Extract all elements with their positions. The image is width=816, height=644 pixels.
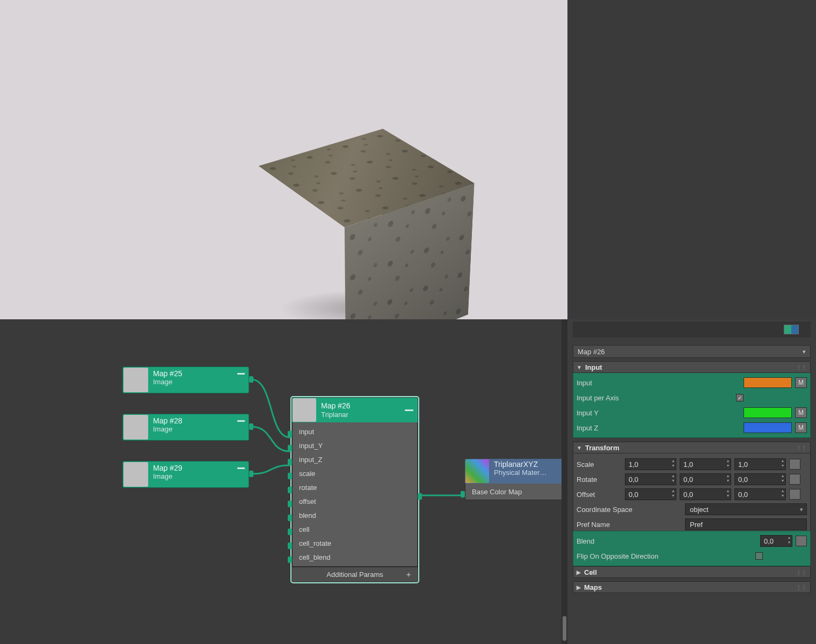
param-row[interactable]: cell_rotate — [293, 536, 417, 550]
input-port[interactable] — [288, 515, 292, 521]
pref-name-input[interactable]: Pref — [685, 518, 807, 530]
properties-panel: Map #26▾ ▼Input⋮⋮ Input M Input per Axis… — [567, 319, 816, 644]
node-subtitle: Image — [153, 378, 244, 386]
section-header-transform[interactable]: ▼Transform⋮⋮ — [573, 442, 811, 453]
prop-row-offset: Offset 0,0 0,0 0,0 — [577, 487, 807, 502]
node-map-29[interactable]: Map #29Image — [122, 461, 249, 488]
map-title-dropdown[interactable]: Map #26▾ — [573, 345, 811, 358]
node-thumb — [123, 368, 148, 392]
node-title: Map #29 — [153, 464, 244, 472]
node-thumb — [123, 415, 148, 440]
prop-row-flip: Flip On Opposite Direction — [577, 548, 807, 564]
node-title: Map #26 — [321, 401, 400, 411]
output-port[interactable] — [249, 471, 253, 477]
input-port[interactable] — [288, 543, 292, 549]
output-port[interactable] — [249, 423, 253, 430]
panel-toolbar — [573, 321, 811, 338]
map-button[interactable]: M — [795, 407, 807, 418]
input-port[interactable] — [288, 431, 292, 437]
node-map-28[interactable]: Map #28Image — [122, 414, 249, 441]
input-port[interactable] — [288, 557, 292, 563]
node-subtitle: Image — [153, 425, 244, 433]
input-port[interactable] — [288, 501, 292, 507]
checkbox-flip[interactable] — [755, 552, 763, 560]
param-row[interactable]: rotate — [293, 480, 417, 494]
blend-extra-button[interactable] — [796, 536, 807, 546]
input-port[interactable] — [288, 529, 292, 535]
lock-button[interactable] — [789, 489, 800, 500]
prop-row-input-per-axis: Input per Axis ✓ — [577, 390, 807, 405]
param-row[interactable]: scale — [293, 466, 417, 480]
prop-row-rotate: Rotate 0,0 0,0 0,0 — [577, 472, 807, 487]
node-title: Map #28 — [153, 416, 244, 425]
blend-spinner[interactable]: 0,0 — [760, 535, 792, 547]
input-swatch[interactable] — [744, 377, 792, 388]
output-port[interactable] — [249, 376, 253, 383]
map-button[interactable]: M — [795, 377, 807, 388]
prop-row-coord-space: Coordinate Space object — [577, 502, 807, 517]
section-header-input[interactable]: ▼Input⋮⋮ — [573, 361, 811, 373]
prop-row-input-y: Input Y M — [577, 405, 807, 420]
triangle-down-icon: ▼ — [577, 364, 582, 370]
param-row[interactable]: offset — [293, 494, 417, 508]
lock-button[interactable] — [789, 459, 800, 470]
triangle-right-icon: ▶ — [577, 569, 581, 575]
map-button[interactable]: M — [795, 422, 807, 433]
material-preview-icon[interactable] — [784, 325, 799, 334]
input-port[interactable] — [288, 445, 292, 451]
collapse-icon[interactable] — [237, 467, 245, 469]
node-subtitle: Physical Mater… — [494, 469, 560, 477]
offset-z-spinner[interactable]: 0,0 — [734, 488, 786, 500]
node-subtitle: Image — [153, 472, 244, 480]
collapse-icon[interactable] — [405, 409, 413, 411]
rotate-z-spinner[interactable]: 0,0 — [734, 473, 786, 485]
node-thumb — [123, 462, 148, 487]
material-thumb — [465, 459, 489, 483]
input-port[interactable] — [288, 473, 292, 479]
grip-icon: ⋮⋮ — [796, 445, 807, 451]
output-port[interactable] — [418, 493, 422, 500]
triangle-right-icon: ▶ — [577, 584, 581, 590]
section-header-cell[interactable]: ▶Cell⋮⋮ — [573, 566, 811, 578]
scale-x-spinner[interactable]: 1,0 — [625, 458, 676, 470]
plus-icon: ＋ — [405, 570, 412, 580]
section-header-maps[interactable]: ▶Maps⋮⋮ — [573, 581, 811, 593]
coord-space-dropdown[interactable]: object — [685, 503, 807, 515]
param-row[interactable]: input — [293, 425, 417, 438]
param-row[interactable]: input_Z — [293, 452, 417, 466]
offset-y-spinner[interactable]: 0,0 — [680, 488, 731, 500]
rotate-x-spinner[interactable]: 0,0 — [625, 473, 676, 485]
rotate-y-spinner[interactable]: 0,0 — [680, 473, 731, 485]
viewport-3d[interactable] — [0, 0, 567, 319]
input-z-swatch[interactable] — [744, 422, 792, 433]
node-map-25[interactable]: Map #25Image — [122, 367, 249, 393]
grip-icon: ⋮⋮ — [796, 364, 807, 370]
material-slot-row[interactable]: Base Color Map — [465, 484, 564, 500]
offset-x-spinner[interactable]: 0,0 — [625, 488, 676, 500]
scale-y-spinner[interactable]: 1,0 — [680, 458, 731, 470]
input-port[interactable] — [288, 487, 292, 493]
input-port[interactable] — [288, 459, 292, 465]
input-y-swatch[interactable] — [744, 407, 792, 418]
collapse-icon[interactable] — [237, 420, 245, 422]
node-title: Map #25 — [153, 369, 244, 378]
node-map-26[interactable]: Map #26Triplanar input input_Y input_Z s… — [292, 398, 418, 582]
additional-params-button[interactable]: Additional Params＋ — [292, 567, 418, 582]
lock-button[interactable] — [789, 474, 800, 485]
param-row[interactable]: blend — [293, 508, 417, 522]
scale-z-spinner[interactable]: 1,0 — [734, 458, 786, 470]
prop-row-scale: Scale 1,0 1,0 1,0 — [577, 457, 807, 472]
node-graph[interactable]: Map #25Image Map #28Image Map #29Image M… — [0, 319, 567, 644]
input-port[interactable] — [461, 491, 465, 497]
nodegraph-scrollbar[interactable] — [562, 319, 567, 644]
collapse-icon[interactable] — [237, 373, 245, 375]
param-row[interactable]: cell — [293, 522, 417, 536]
param-row[interactable]: cell_blend — [293, 550, 417, 564]
grip-icon: ⋮⋮ — [796, 569, 807, 575]
param-row[interactable]: input_Y — [293, 438, 417, 452]
checkbox-per-axis[interactable]: ✓ — [736, 394, 744, 401]
node-material-triplanarxyz[interactable]: TriplanarXYZPhysical Mater… Base Color M… — [465, 459, 565, 500]
prop-row-input-z: Input Z M — [577, 420, 807, 435]
caret-down-icon: ▾ — [803, 348, 806, 355]
prop-row-blend: Blend 0,0 — [577, 533, 807, 548]
